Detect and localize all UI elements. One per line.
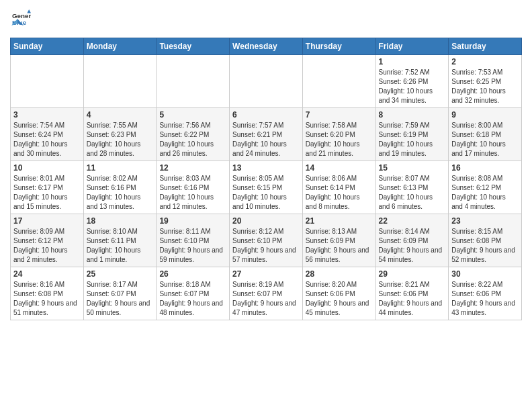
- day-number: 13: [232, 163, 300, 173]
- day-number: 21: [306, 216, 373, 226]
- calendar: SundayMondayTuesdayWednesdayThursdayFrid…: [10, 38, 522, 320]
- day-info: Sunrise: 8:20 AMSunset: 6:06 PMDaylight:…: [306, 280, 373, 318]
- calendar-cell: 3Sunrise: 7:54 AMSunset: 6:24 PMDaylight…: [11, 108, 84, 161]
- day-info: Sunrise: 8:13 AMSunset: 6:09 PMDaylight:…: [306, 227, 373, 265]
- day-number: 20: [232, 216, 300, 226]
- calendar-cell: 11Sunrise: 8:02 AMSunset: 6:16 PMDayligh…: [83, 161, 157, 214]
- day-number: 29: [379, 269, 446, 279]
- calendar-cell: 6Sunrise: 7:57 AMSunset: 6:21 PMDaylight…: [230, 108, 303, 161]
- day-number: 2: [451, 57, 519, 66]
- day-number: 18: [87, 216, 154, 226]
- day-number: 11: [87, 163, 154, 173]
- day-info: Sunrise: 8:17 AMSunset: 6:07 PMDaylight:…: [87, 280, 154, 318]
- calendar-week-3: 10Sunrise: 8:01 AMSunset: 6:17 PMDayligh…: [11, 161, 522, 214]
- calendar-cell: 19Sunrise: 8:11 AMSunset: 6:10 PMDayligh…: [157, 214, 230, 267]
- calendar-cell: 25Sunrise: 8:17 AMSunset: 6:07 PMDayligh…: [83, 267, 157, 320]
- day-info: Sunrise: 8:19 AMSunset: 6:07 PMDaylight:…: [232, 280, 300, 318]
- logo-bird-icon: [11, 19, 24, 32]
- day-number: 23: [451, 216, 519, 226]
- calendar-cell: 1Sunrise: 7:52 AMSunset: 6:26 PMDaylight…: [375, 55, 449, 108]
- calendar-cell: 22Sunrise: 8:14 AMSunset: 6:09 PMDayligh…: [375, 214, 449, 267]
- calendar-cell: [83, 55, 157, 108]
- calendar-cell: [230, 55, 303, 108]
- day-number: 22: [379, 216, 446, 226]
- calendar-header-row: SundayMondayTuesdayWednesdayThursdayFrid…: [11, 38, 522, 55]
- calendar-cell: 24Sunrise: 8:16 AMSunset: 6:08 PMDayligh…: [11, 267, 84, 320]
- day-number: 27: [232, 269, 300, 279]
- day-number: 25: [87, 269, 154, 279]
- day-info: Sunrise: 8:18 AMSunset: 6:07 PMDaylight:…: [159, 280, 226, 318]
- day-number: 9: [451, 110, 519, 120]
- day-number: 7: [306, 110, 373, 120]
- logo: General Blue: [10, 9, 31, 32]
- calendar-cell: 26Sunrise: 8:18 AMSunset: 6:07 PMDayligh…: [157, 267, 230, 320]
- weekday-header-wednesday: Wednesday: [230, 38, 303, 55]
- calendar-cell: 23Sunrise: 8:15 AMSunset: 6:08 PMDayligh…: [449, 214, 522, 267]
- day-info: Sunrise: 7:53 AMSunset: 6:25 PMDaylight:…: [451, 68, 519, 105]
- day-info: Sunrise: 7:58 AMSunset: 6:20 PMDaylight:…: [306, 121, 373, 158]
- day-number: 1: [379, 57, 446, 66]
- day-number: 15: [379, 163, 446, 173]
- svg-marker-4: [11, 19, 17, 26]
- calendar-cell: 16Sunrise: 8:08 AMSunset: 6:12 PMDayligh…: [449, 161, 522, 214]
- day-info: Sunrise: 7:57 AMSunset: 6:21 PMDaylight:…: [232, 121, 300, 158]
- day-info: Sunrise: 8:01 AMSunset: 6:17 PMDaylight:…: [13, 174, 81, 212]
- day-info: Sunrise: 8:11 AMSunset: 6:10 PMDaylight:…: [159, 227, 226, 265]
- calendar-cell: 2Sunrise: 7:53 AMSunset: 6:25 PMDaylight…: [449, 55, 522, 108]
- day-info: Sunrise: 7:55 AMSunset: 6:23 PMDaylight:…: [87, 121, 154, 158]
- calendar-cell: [11, 55, 84, 108]
- calendar-cell: 4Sunrise: 7:55 AMSunset: 6:23 PMDaylight…: [83, 108, 157, 161]
- calendar-week-2: 3Sunrise: 7:54 AMSunset: 6:24 PMDaylight…: [11, 108, 522, 161]
- day-info: Sunrise: 8:15 AMSunset: 6:08 PMDaylight:…: [451, 227, 519, 265]
- calendar-cell: 10Sunrise: 8:01 AMSunset: 6:17 PMDayligh…: [11, 161, 84, 214]
- day-info: Sunrise: 7:59 AMSunset: 6:19 PMDaylight:…: [379, 121, 446, 158]
- day-number: 24: [13, 269, 81, 279]
- calendar-cell: 7Sunrise: 7:58 AMSunset: 6:20 PMDaylight…: [302, 108, 375, 161]
- day-info: Sunrise: 8:06 AMSunset: 6:14 PMDaylight:…: [306, 174, 373, 212]
- calendar-cell: 15Sunrise: 8:07 AMSunset: 6:13 PMDayligh…: [375, 161, 449, 214]
- day-info: Sunrise: 8:05 AMSunset: 6:15 PMDaylight:…: [232, 174, 300, 212]
- day-number: 10: [13, 163, 81, 173]
- day-info: Sunrise: 8:02 AMSunset: 6:16 PMDaylight:…: [87, 174, 154, 212]
- header: General Blue: [10, 7, 522, 32]
- calendar-cell: 5Sunrise: 7:56 AMSunset: 6:22 PMDaylight…: [157, 108, 230, 161]
- calendar-week-5: 24Sunrise: 8:16 AMSunset: 6:08 PMDayligh…: [11, 267, 522, 320]
- day-info: Sunrise: 8:03 AMSunset: 6:16 PMDaylight:…: [159, 174, 226, 212]
- day-info: Sunrise: 8:00 AMSunset: 6:18 PMDaylight:…: [451, 121, 519, 158]
- day-number: 4: [87, 110, 154, 120]
- weekday-header-monday: Monday: [83, 38, 157, 55]
- weekday-header-saturday: Saturday: [449, 38, 522, 55]
- day-number: 14: [306, 163, 373, 173]
- weekday-header-tuesday: Tuesday: [157, 38, 230, 55]
- calendar-cell: [157, 55, 230, 108]
- calendar-cell: 29Sunrise: 8:21 AMSunset: 6:06 PMDayligh…: [375, 267, 449, 320]
- day-number: 19: [159, 216, 226, 226]
- day-info: Sunrise: 8:21 AMSunset: 6:06 PMDaylight:…: [379, 280, 446, 318]
- day-number: 3: [13, 110, 81, 120]
- day-info: Sunrise: 8:08 AMSunset: 6:12 PMDaylight:…: [451, 174, 519, 212]
- day-info: Sunrise: 8:07 AMSunset: 6:13 PMDaylight:…: [379, 174, 446, 212]
- day-info: Sunrise: 7:56 AMSunset: 6:22 PMDaylight:…: [159, 121, 226, 158]
- calendar-cell: 30Sunrise: 8:22 AMSunset: 6:06 PMDayligh…: [449, 267, 522, 320]
- calendar-cell: 14Sunrise: 8:06 AMSunset: 6:14 PMDayligh…: [302, 161, 375, 214]
- calendar-cell: 8Sunrise: 7:59 AMSunset: 6:19 PMDaylight…: [375, 108, 449, 161]
- day-number: 17: [13, 216, 81, 226]
- day-number: 6: [232, 110, 300, 120]
- calendar-week-1: 1Sunrise: 7:52 AMSunset: 6:26 PMDaylight…: [11, 55, 522, 108]
- calendar-cell: 28Sunrise: 8:20 AMSunset: 6:06 PMDayligh…: [302, 267, 375, 320]
- day-number: 28: [306, 269, 373, 279]
- day-info: Sunrise: 8:16 AMSunset: 6:08 PMDaylight:…: [13, 280, 81, 318]
- day-number: 5: [159, 110, 226, 120]
- calendar-cell: 9Sunrise: 8:00 AMSunset: 6:18 PMDaylight…: [449, 108, 522, 161]
- calendar-cell: 18Sunrise: 8:10 AMSunset: 6:11 PMDayligh…: [83, 214, 157, 267]
- calendar-cell: 20Sunrise: 8:12 AMSunset: 6:10 PMDayligh…: [230, 214, 303, 267]
- calendar-cell: 12Sunrise: 8:03 AMSunset: 6:16 PMDayligh…: [157, 161, 230, 214]
- day-number: 30: [451, 269, 519, 279]
- day-info: Sunrise: 8:10 AMSunset: 6:11 PMDaylight:…: [87, 227, 154, 265]
- svg-marker-3: [17, 19, 24, 26]
- day-info: Sunrise: 8:22 AMSunset: 6:06 PMDaylight:…: [451, 280, 519, 318]
- day-number: 8: [379, 110, 446, 120]
- day-info: Sunrise: 8:14 AMSunset: 6:09 PMDaylight:…: [379, 227, 446, 265]
- weekday-header-sunday: Sunday: [11, 38, 84, 55]
- day-number: 12: [159, 163, 226, 173]
